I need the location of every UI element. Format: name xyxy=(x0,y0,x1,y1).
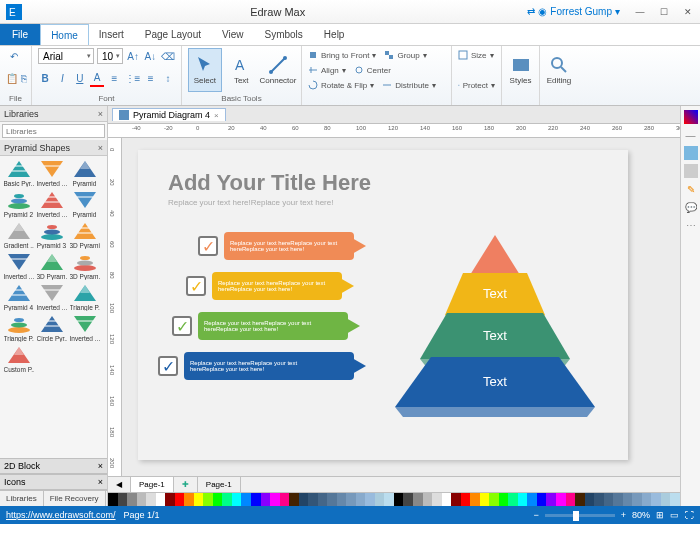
swatch[interactable] xyxy=(489,493,499,506)
spacing-button[interactable]: ↕ xyxy=(161,71,175,87)
maximize-button[interactable]: ☐ xyxy=(652,2,676,22)
swatch[interactable] xyxy=(661,493,671,506)
swatch[interactable] xyxy=(165,493,175,506)
page-nav-prev[interactable]: ◀ xyxy=(108,477,131,492)
tab-view[interactable]: View xyxy=(212,24,255,45)
swatch[interactable] xyxy=(585,493,595,506)
protect-button[interactable]: Protect ▾ xyxy=(458,78,495,92)
swatch[interactable] xyxy=(194,493,204,506)
section-icons[interactable]: Icons× xyxy=(0,474,107,490)
swatch[interactable] xyxy=(251,493,261,506)
shape-item[interactable]: Inverted ... xyxy=(35,158,68,187)
shape-item[interactable]: 3D Pyram... xyxy=(35,251,68,280)
help-tool-icon[interactable]: 💬 xyxy=(684,200,698,214)
group-button[interactable]: Group ▾ xyxy=(384,48,426,62)
swatch[interactable] xyxy=(432,493,442,506)
zoom-in-button[interactable]: + xyxy=(621,510,626,520)
file-menu[interactable]: File xyxy=(0,24,40,45)
italic-button[interactable]: I xyxy=(55,71,69,87)
swatch[interactable] xyxy=(604,493,614,506)
callout-row[interactable]: ✓Replace your text hereReplace your text… xyxy=(186,272,342,300)
swatch[interactable] xyxy=(289,493,299,506)
page-subtitle[interactable]: Replace your text here!Replace your text… xyxy=(168,198,333,207)
swatch[interactable] xyxy=(423,493,433,506)
underline-button[interactable]: U xyxy=(73,71,87,87)
swatch[interactable] xyxy=(566,493,576,506)
swatch[interactable] xyxy=(318,493,328,506)
swatch[interactable] xyxy=(146,493,156,506)
swatch[interactable] xyxy=(651,493,661,506)
tab-symbols[interactable]: Symbols xyxy=(255,24,314,45)
font-color-button[interactable]: A xyxy=(90,71,104,87)
paste-button[interactable]: 📋 xyxy=(6,71,18,87)
library-search-input[interactable] xyxy=(2,124,105,138)
rotate-button[interactable]: Rotate & Flip ▾ xyxy=(308,78,374,92)
align-button[interactable]: ≡ xyxy=(143,71,157,87)
page-tab-2[interactable]: Page-1 xyxy=(198,477,241,492)
tab-file-recovery[interactable]: File Recovery xyxy=(44,491,106,506)
shape-item[interactable]: Circle Pyr... xyxy=(35,313,68,342)
swatch[interactable] xyxy=(461,493,471,506)
swatch[interactable] xyxy=(527,493,537,506)
page-title[interactable]: Add Your Title Here xyxy=(168,170,371,196)
clear-format-button[interactable]: ⌫ xyxy=(161,48,175,64)
tab-home[interactable]: Home xyxy=(40,24,89,45)
shape-item[interactable]: Pyramid xyxy=(68,158,101,187)
fullscreen-icon[interactable]: ⛶ xyxy=(685,510,694,520)
shape-item[interactable]: 3D Pyramid xyxy=(68,220,101,249)
swatch[interactable] xyxy=(632,493,642,506)
align-ops-button[interactable]: Align ▾ xyxy=(308,63,346,77)
swatch[interactable] xyxy=(118,493,128,506)
increase-font-button[interactable]: A↑ xyxy=(126,48,140,64)
swatch[interactable] xyxy=(642,493,652,506)
swatch[interactable] xyxy=(537,493,547,506)
tab-insert[interactable]: Insert xyxy=(89,24,135,45)
select-tool[interactable]: Select xyxy=(188,48,222,92)
copy-button[interactable]: ⎘ xyxy=(21,71,27,87)
shapes-section-header[interactable]: Pyramid Shapes× xyxy=(0,140,107,156)
close-panel-icon[interactable]: × xyxy=(98,109,103,119)
zoom-out-button[interactable]: − xyxy=(533,510,538,520)
editing-button[interactable]: Editing xyxy=(542,48,576,92)
swatch[interactable] xyxy=(222,493,232,506)
shape-item[interactable]: Basic Pyr... xyxy=(2,158,35,187)
bring-front-button[interactable]: Bring to Front ▾ xyxy=(308,48,376,62)
swatch[interactable] xyxy=(175,493,185,506)
swatch[interactable] xyxy=(442,493,452,506)
callout-bubble[interactable]: Replace your text hereReplace your texth… xyxy=(224,232,354,260)
shape-item[interactable]: Pyramid 4 xyxy=(2,282,35,311)
swatch[interactable] xyxy=(480,493,490,506)
swatch[interactable] xyxy=(518,493,528,506)
swatch[interactable] xyxy=(508,493,518,506)
fit-page-icon[interactable]: ⊞ xyxy=(656,510,664,520)
bullets-button[interactable]: ≡ xyxy=(107,71,121,87)
swatch[interactable] xyxy=(575,493,585,506)
shape-item[interactable]: Triangle P... xyxy=(68,282,101,311)
swatch[interactable] xyxy=(280,493,290,506)
page-tab-1[interactable]: Page-1 xyxy=(131,477,174,492)
swatch[interactable] xyxy=(299,493,309,506)
workspace[interactable]: 020406080100120140160180200 Add Your Tit… xyxy=(108,138,680,476)
swatch[interactable] xyxy=(403,493,413,506)
callout-row[interactable]: ✓Replace your text hereReplace your text… xyxy=(172,312,348,340)
color-swatches[interactable] xyxy=(108,492,680,506)
page-add[interactable]: ✚ xyxy=(174,477,198,492)
minimize-button[interactable]: — xyxy=(628,2,652,22)
shape-item[interactable]: 3D Pyram... xyxy=(68,251,101,280)
swatch[interactable] xyxy=(203,493,213,506)
user-account[interactable]: ⇄ ◉ Forrest Gump ▾ xyxy=(527,6,620,17)
shape-item[interactable]: Inverted ... xyxy=(35,282,68,311)
swatch[interactable] xyxy=(623,493,633,506)
decrease-font-button[interactable]: A↓ xyxy=(143,48,157,64)
swatch[interactable] xyxy=(337,493,347,506)
zoom-slider[interactable] xyxy=(545,514,615,517)
swatch[interactable] xyxy=(213,493,223,506)
styles-button[interactable]: Styles xyxy=(504,48,538,92)
distribute-button[interactable]: Distribute ▾ xyxy=(382,78,436,92)
swatch[interactable] xyxy=(308,493,318,506)
size-button[interactable]: Size ▾ xyxy=(458,48,495,62)
swatch[interactable] xyxy=(413,493,423,506)
swatch[interactable] xyxy=(375,493,385,506)
swatch[interactable] xyxy=(232,493,242,506)
callout-row[interactable]: ✓Replace your text hereReplace your text… xyxy=(198,232,354,260)
